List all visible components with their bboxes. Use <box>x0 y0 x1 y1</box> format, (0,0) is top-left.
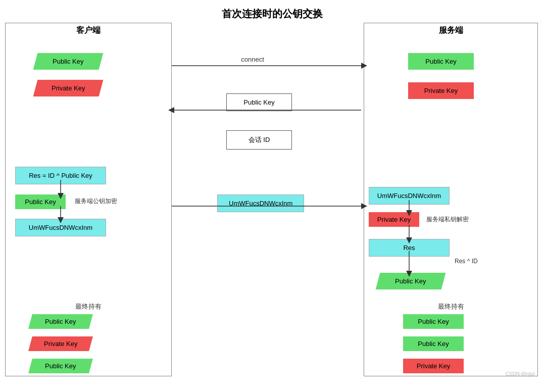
mid-public-key: Public Key <box>226 93 292 111</box>
server-final-pk2: Public Key <box>403 336 464 351</box>
client-public-key-small: Public Key <box>15 194 66 209</box>
server-private-key-small: Private Key <box>369 212 419 227</box>
watermark: CSDN-6fnjtel <box>506 371 535 377</box>
server-result-public-key: Public Key <box>376 273 446 289</box>
mid-encrypted: UmWFucsDNWcxInm <box>217 194 304 212</box>
server-encrypted: UmWFucsDNWcxInm <box>369 187 450 205</box>
mid-session-id: 会话 ID <box>226 130 292 150</box>
server-res: Res <box>369 239 450 257</box>
server-public-key: Public Key <box>408 53 474 70</box>
server-decrypt-label: 服务端私钥解密 <box>426 215 469 224</box>
client-title: 客户端 <box>5 25 172 36</box>
main-title: 首次连接时的公钥交换 <box>0 0 544 21</box>
client-res-formula: Res = ID ^ Public Key <box>15 167 106 184</box>
client-final-priv: Private Key <box>28 336 93 351</box>
server-final-priv: Private Key <box>403 359 464 373</box>
client-private-key: Private Key <box>33 80 104 96</box>
res-xor-label: Res ^ ID <box>455 258 478 265</box>
client-final-label: 最终持有 <box>5 302 172 311</box>
client-public-key: Public Key <box>33 53 104 70</box>
diagram-wrapper: 首次连接时的公钥交换 客户端 服务端 Public Key Private Ke… <box>0 0 544 379</box>
client-final-pk2: Public Key <box>28 359 93 373</box>
svg-text:connect: connect <box>241 56 264 63</box>
server-final-pk1: Public Key <box>403 314 464 329</box>
server-encrypt-label: 服务端公钥加密 <box>75 197 117 206</box>
server-private-key: Private Key <box>408 82 474 99</box>
server-final-label: 最终持有 <box>364 302 538 311</box>
client-final-pk1: Public Key <box>28 314 93 329</box>
client-encrypted: UmWFucsDNWcxInm <box>15 219 106 236</box>
server-title: 服务端 <box>364 25 538 36</box>
